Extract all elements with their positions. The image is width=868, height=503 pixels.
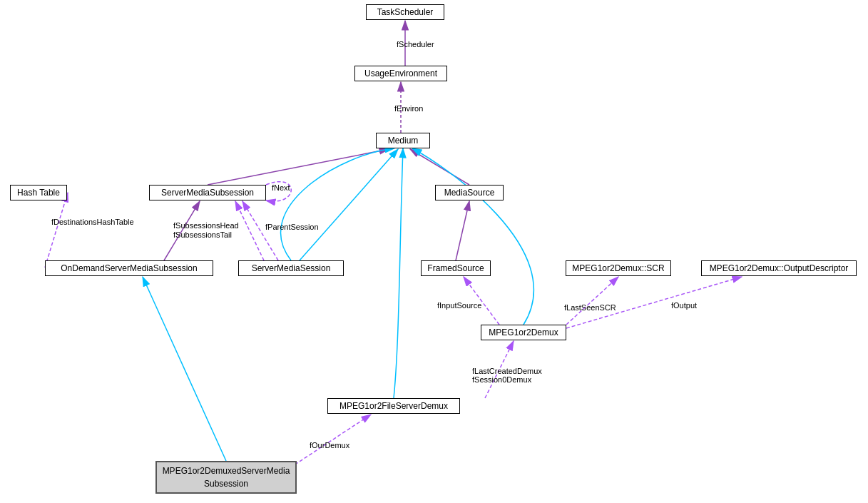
label-fLastSeenSCR: fLastSeenSCR xyxy=(564,303,616,312)
svg-line-17 xyxy=(235,201,264,260)
label-fDestinationsHashTable: fDestinationsHashTable xyxy=(51,218,134,226)
label-fSession0Demux: fSession0Demux xyxy=(472,375,531,384)
node-MediaSource: MediaSource xyxy=(435,185,504,200)
svg-line-6 xyxy=(410,149,469,185)
svg-line-11 xyxy=(566,277,618,325)
node-UsageEnvironment: UsageEnvironment xyxy=(354,66,447,81)
svg-line-12 xyxy=(566,277,742,328)
svg-line-8 xyxy=(300,149,398,260)
node-ServerMediaSubsession: ServerMediaSubsession xyxy=(149,185,266,200)
label-fOutput: fOutput xyxy=(671,301,697,310)
node-label-line2: Subsession xyxy=(204,479,248,489)
svg-line-16 xyxy=(45,193,68,268)
label-fSubsessionsHead: fSubsessionsHead xyxy=(173,221,239,230)
diagram-container: TaskScheduler UsageEnvironment Medium Ha… xyxy=(0,0,868,503)
node-MPEG1or2FileServerDemux: MPEG1or2FileServerDemux xyxy=(327,398,460,414)
label-fParentSession: fParentSession xyxy=(265,223,319,231)
node-Medium: Medium xyxy=(376,133,430,148)
node-MPEG1or2Demux: MPEG1or2Demux xyxy=(481,325,566,340)
node-MPEG1or2Demux-OutputDescriptor: MPEG1or2Demux::OutputDescriptor xyxy=(701,260,857,276)
node-MPEG1or2Demux-SCR: MPEG1or2Demux::SCR xyxy=(566,260,671,276)
node-FramedSource: FramedSource xyxy=(421,260,491,276)
svg-line-5 xyxy=(208,149,389,185)
svg-line-14 xyxy=(143,277,226,461)
node-MPEG1or2DemuxedServerMediaSubsession: MPEG1or2DemuxedServerMedia Subsession xyxy=(155,461,297,494)
label-fOurDemux: fOurDemux xyxy=(310,441,349,449)
label-fNext: fNext xyxy=(272,183,290,192)
node-ServerMediaSession: ServerMediaSession xyxy=(238,260,344,276)
node-OnDemandServerMediaSubsession: OnDemandServerMediaSubsession xyxy=(45,260,213,276)
label-fInputSource: fInputSource xyxy=(437,301,481,310)
label-fLastCreatedDemux: fLastCreatedDemux xyxy=(472,367,542,375)
label-fSubsessionsTail: fSubsessionsTail xyxy=(173,230,232,239)
svg-line-9 xyxy=(456,201,469,260)
label-fEnviron: fEnviron xyxy=(394,104,423,113)
node-label-line1: MPEG1or2DemuxedServerMedia xyxy=(163,466,290,476)
node-TaskScheduler: TaskScheduler xyxy=(366,4,444,20)
label-fScheduler: fScheduler xyxy=(397,40,434,49)
node-HashTable: Hash Table xyxy=(10,185,67,200)
